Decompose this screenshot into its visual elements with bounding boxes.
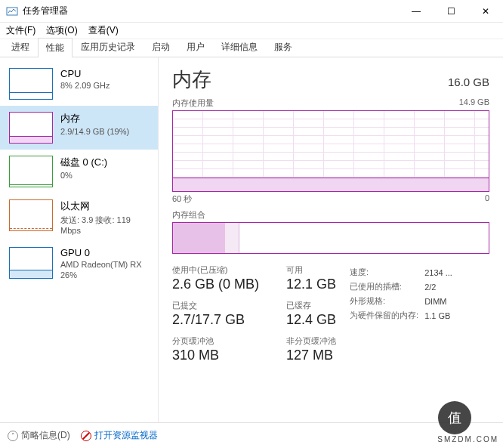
titlebar: 任务管理器 — ☐ ✕ — [0, 0, 503, 23]
tabbar: 进程 性能 应用历史记录 启动 用户 详细信息 服务 — [0, 39, 503, 57]
sidebar-item-disk[interactable]: 磁盘 0 (C:) 0% — [0, 150, 158, 193]
cached-label: 已缓存 — [286, 300, 336, 311]
tab-details[interactable]: 详细信息 — [213, 37, 266, 57]
usage-graph-max: 14.9 GB — [459, 97, 489, 109]
chevron-up-icon: ˄ — [8, 431, 18, 441]
memory-composition-graph — [172, 222, 489, 254]
footer: ˄ 简略信息(D) 打开资源监视器 — [0, 422, 503, 448]
paged-label: 分页缓冲池 — [172, 335, 259, 347]
open-resource-monitor-link[interactable]: 打开资源监视器 — [81, 429, 158, 442]
close-button[interactable]: ✕ — [468, 0, 503, 23]
usage-graph-label: 内存使用量 — [172, 97, 214, 109]
menu-file[interactable]: 文件(F) — [6, 24, 35, 37]
window-title: 任务管理器 — [23, 5, 399, 17]
avail-label: 可用 — [286, 264, 336, 276]
ethernet-sparkline — [9, 199, 53, 231]
sidebar-disk-sub: 0% — [60, 171, 107, 180]
cpu-sparkline — [9, 68, 53, 100]
sidebar-eth-title: 以太网 — [60, 199, 149, 213]
task-manager-icon — [6, 5, 18, 17]
tab-app-history[interactable]: 应用历史记录 — [73, 37, 143, 57]
main-panel: 内存 16.0 GB 内存使用量 14.9 GB 60 秒 0 内存组合 使用中… — [159, 57, 503, 422]
sidebar-item-gpu[interactable]: GPU 0 AMD Radeon(TM) RX 26% — [0, 241, 158, 286]
sidebar-cpu-sub: 8% 2.09 GHz — [60, 81, 110, 90]
fewer-details-button[interactable]: ˄ 简略信息(D) — [8, 429, 70, 442]
gpu-sparkline — [9, 247, 53, 279]
tab-startup[interactable]: 启动 — [143, 37, 178, 57]
sidebar-gpu-title: GPU 0 — [60, 247, 142, 258]
sidebar-item-memory[interactable]: 内存 2.9/14.9 GB (19%) — [0, 106, 158, 150]
tab-performance[interactable]: 性能 — [38, 38, 73, 57]
maximize-button[interactable]: ☐ — [434, 0, 468, 23]
sidebar: CPU 8% 2.09 GHz 内存 2.9/14.9 GB (19%) 磁盘 … — [0, 57, 159, 422]
resource-monitor-icon — [81, 431, 91, 441]
tab-services[interactable]: 服务 — [266, 37, 301, 57]
menu-options[interactable]: 选项(O) — [46, 24, 77, 37]
sidebar-mem-sub: 2.9/14.9 GB (19%) — [60, 127, 129, 136]
minimize-button[interactable]: — — [399, 0, 434, 23]
sidebar-cpu-title: CPU — [60, 68, 110, 79]
sidebar-item-cpu[interactable]: CPU 8% 2.09 GHz — [0, 62, 158, 106]
sidebar-eth-sub: 发送: 3.9 接收: 119 Mbps — [60, 215, 149, 235]
axis-left: 60 秒 — [172, 193, 192, 205]
cached-value: 12.4 GB — [286, 312, 336, 328]
axis-right: 0 — [485, 193, 489, 205]
nonpaged-value: 127 MB — [286, 348, 336, 363]
nonpaged-label: 非分页缓冲池 — [286, 335, 336, 347]
composition-label: 内存组合 — [172, 209, 205, 221]
paged-value: 310 MB — [172, 348, 259, 363]
tab-users[interactable]: 用户 — [178, 37, 213, 57]
inuse-value: 2.6 GB (0 MB) — [172, 277, 259, 292]
sidebar-item-ethernet[interactable]: 以太网 发送: 3.9 接收: 119 Mbps — [0, 193, 158, 241]
sidebar-gpu-sub2: 26% — [60, 270, 142, 280]
inuse-label: 使用中(已压缩) — [172, 264, 259, 276]
memory-info-table: 速度:2134 ... 已使用的插槽:2/2 外形规格:DIMM 为硬件保留的内… — [348, 264, 458, 363]
menu-view[interactable]: 查看(V) — [88, 24, 119, 37]
disk-sparkline — [9, 156, 53, 187]
sidebar-gpu-sub: AMD Radeon(TM) RX — [60, 260, 142, 269]
memory-sparkline — [9, 112, 53, 144]
memory-usage-graph — [172, 110, 489, 192]
page-title: 内存 — [172, 66, 211, 93]
memory-capacity: 16.0 GB — [448, 76, 489, 88]
commit-label: 已提交 — [172, 300, 259, 311]
commit-value: 2.7/17.7 GB — [172, 312, 259, 328]
avail-value: 12.1 GB — [286, 277, 336, 292]
sidebar-disk-title: 磁盘 0 (C:) — [60, 156, 107, 169]
sidebar-mem-title: 内存 — [60, 112, 129, 125]
tab-processes[interactable]: 进程 — [3, 37, 38, 57]
